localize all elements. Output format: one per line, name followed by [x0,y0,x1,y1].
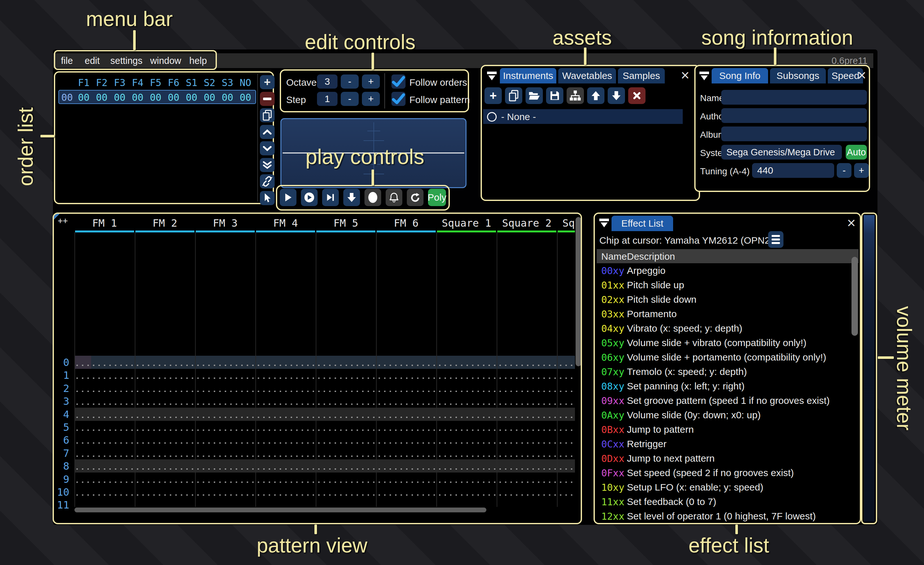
author-field[interactable] [721,108,867,123]
empty-note-dots [74,356,575,369]
tree-icon [570,90,581,101]
octave-value-field[interactable]: 3 [317,75,338,89]
order-cell[interactable]: 00 [166,92,181,103]
effect-description: Setup LFO (x: enable; y: speed) [627,482,763,493]
annotation-line [735,524,738,534]
vertical-scrollbar-thumb[interactable] [576,217,581,366]
add-order-button[interactable]: + [260,75,274,89]
duplicate-order-to-end-button[interactable] [260,158,274,172]
horizontal-scrollbar-thumb[interactable] [74,508,486,512]
play-circle-icon [303,191,315,204]
close-icon[interactable]: × [858,69,866,81]
follow-pattern-checkbox[interactable] [392,92,405,106]
change-all-orders-button[interactable] [260,174,274,188]
auto-system-button[interactable]: Auto [846,145,867,159]
duplicate-asset-button[interactable] [505,87,522,104]
tab-subsongs[interactable]: Subsongs [770,68,826,83]
move-asset-down-button[interactable] [608,87,625,104]
play-pattern-button[interactable] [301,189,318,206]
order-cell[interactable]: 00 [184,92,199,103]
system-select[interactable]: Sega Genesis/Mega Drive [721,145,842,159]
pattern-row[interactable] [74,485,575,499]
column-separator [376,233,376,507]
open-asset-button[interactable] [525,87,543,104]
divider [257,74,258,201]
order-cell[interactable]: 00 [220,92,235,103]
tab-song-info[interactable]: Song Info [712,68,768,83]
pattern-row[interactable] [74,368,575,382]
pattern-row[interactable] [74,382,575,395]
close-icon[interactable]: × [847,216,856,229]
effect-table-header[interactable]: Name Description [597,249,858,263]
remove-order-button[interactable] [260,92,274,106]
tuning-increment-button[interactable]: + [854,163,869,178]
step-value-field[interactable]: 1 [317,92,338,106]
pattern-row[interactable] [74,446,575,460]
channel-header[interactable]: Square 2 [496,217,557,229]
pattern-row[interactable] [74,395,575,408]
step-decrement-button[interactable]: - [341,92,359,106]
pattern-row[interactable] [74,421,575,434]
follow-orders-checkbox[interactable] [392,75,405,89]
name-field[interactable] [721,90,867,105]
minus-icon [263,98,272,100]
expand-channels-button[interactable]: ++ [58,216,68,225]
order-cell[interactable]: 00 [130,92,145,103]
add-asset-button[interactable]: + [484,87,502,104]
delete-asset-button[interactable] [628,87,645,104]
pattern-row-highlight[interactable] [74,459,575,473]
channel-header[interactable]: FM 3 [195,217,255,229]
octave-increment-button[interactable]: + [362,75,380,89]
pattern-row-current[interactable] [74,356,575,369]
tuning-field[interactable]: 440 [752,163,834,178]
move-order-down-button[interactable] [260,141,274,155]
order-cell[interactable]: 00 [76,92,91,103]
channel-header[interactable]: FM 4 [255,217,316,229]
vertical-scrollbar-thumb[interactable] [852,257,858,336]
order-edit-mode-button[interactable] [260,191,274,205]
tab-wavetables[interactable]: Wavetables [558,68,616,83]
step-increment-button[interactable]: + [362,92,380,106]
order-cell[interactable]: 00 [112,92,127,103]
channel-underline [196,230,255,233]
poly-button[interactable]: Poly [428,189,446,206]
metronome-button[interactable] [386,189,402,206]
move-asset-up-button[interactable] [587,87,604,104]
play-from-cursor-button[interactable] [322,189,339,206]
play-button[interactable] [280,189,297,206]
order-cell[interactable]: 00 [94,92,109,103]
order-cell[interactable]: 00 [148,92,163,103]
channel-header[interactable]: FM 6 [376,217,436,229]
order-cell[interactable]: 00 [238,92,253,103]
step-row-button[interactable] [343,189,360,206]
channel-header[interactable]: FM 5 [316,217,376,229]
channel-header[interactable]: FM 2 [135,217,195,229]
close-icon[interactable]: × [681,69,690,81]
annotation-line [878,356,894,359]
save-asset-button[interactable] [546,87,563,104]
octave-decrement-button[interactable]: - [341,75,359,89]
order-cell[interactable]: 00 [202,92,217,103]
tab-effect-list[interactable]: Effect List [612,216,673,231]
pattern-row-highlight[interactable] [74,408,575,421]
stop-button[interactable] [364,189,381,206]
pattern-row[interactable] [74,433,575,446]
tuning-decrement-button[interactable]: - [837,163,852,178]
channel-header[interactable]: FM 1 [74,217,135,229]
repeat-pattern-button[interactable] [407,189,423,206]
instrument-list-item[interactable]: - None - [483,109,683,124]
pattern-row[interactable] [74,473,575,486]
move-order-up-button[interactable] [260,125,274,139]
channel-header[interactable]: Square 1 [436,217,496,229]
effect-list-menu-button[interactable] [768,231,783,248]
toggle-folders-button[interactable] [567,87,584,104]
column-separator [135,233,135,507]
tab-samples[interactable]: Samples [618,68,665,83]
album-field[interactable] [721,126,867,141]
annotation-volume-meter: volume meter [892,295,916,442]
tab-instruments[interactable]: Instruments [500,68,556,83]
effect-code: 03xx [601,308,624,320]
pattern-window: ++ FM 1 FM 2 FM 3 FM 4 FM 5 FM 6 Square … [52,212,582,524]
duplicate-order-button[interactable] [260,108,274,122]
x-delete-icon [632,91,642,101]
